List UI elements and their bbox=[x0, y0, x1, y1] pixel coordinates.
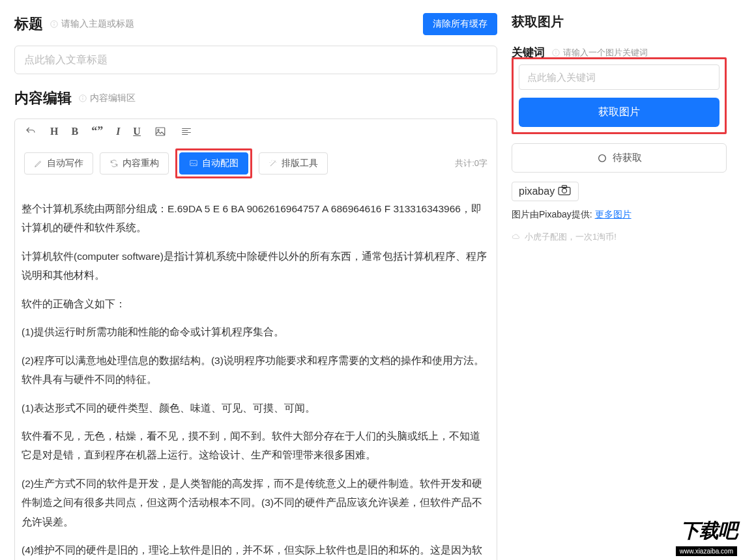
paragraph: (1)提供运行时所需功能和性能的命令或计算机程序集合。 bbox=[22, 322, 490, 341]
content-header: 内容编辑 内容编辑区 bbox=[14, 89, 497, 108]
heading-icon[interactable]: H bbox=[50, 126, 58, 137]
keyword-highlight: 获取图片 bbox=[512, 57, 727, 134]
image-plus-icon bbox=[189, 159, 198, 168]
paragraph: (2)生产方式不同的软件是开发，是人类智能的高发挥，而不是传统意义上的硬件制造。… bbox=[22, 474, 490, 531]
auto-image-highlight: 自动配图 bbox=[175, 148, 252, 178]
quote-icon[interactable]: “” bbox=[91, 124, 103, 138]
keyword-input[interactable] bbox=[519, 64, 719, 90]
camera-icon bbox=[557, 185, 572, 198]
keyword-label: 关键词 bbox=[512, 45, 545, 60]
svg-rect-6 bbox=[190, 160, 197, 165]
credit-line: 图片由Pixabay提供: 更多图片 bbox=[512, 209, 727, 221]
cloud-icon bbox=[512, 232, 521, 242]
svg-point-5 bbox=[158, 129, 159, 130]
circle-icon bbox=[597, 153, 607, 163]
keyword-hint: 请输入一个图片关键词 bbox=[551, 47, 648, 59]
svg-point-8 bbox=[556, 51, 557, 51]
svg-point-9 bbox=[598, 154, 605, 161]
title-input[interactable] bbox=[14, 46, 497, 74]
underline-icon[interactable]: U bbox=[133, 126, 141, 137]
wand-icon bbox=[269, 159, 278, 168]
clear-cache-button[interactable]: 清除所有缓存 bbox=[423, 13, 497, 35]
paragraph: (2)程序可以满意地处理信息的数据结构。(3)说明程序功能要求和程序需要的文档的… bbox=[22, 351, 490, 389]
title-hint: 请输入主题或标题 bbox=[50, 18, 134, 30]
paragraph: 软件的正确含义如下： bbox=[22, 294, 490, 313]
info-icon bbox=[78, 94, 87, 103]
image-panel-title: 获取图片 bbox=[512, 13, 727, 31]
svg-point-3 bbox=[83, 96, 83, 97]
editor-content[interactable]: 整个计算机系统由两部分组成：E.69DA 5 E 6 BA 9062616964… bbox=[15, 188, 497, 560]
paragraph: 软件看不见，无色，枯燥，看不见，摸不到，闻不到。软件大部分存在于人们的头脑或纸上… bbox=[22, 427, 490, 465]
footer-hint: 小虎子配图，一次1淘币! bbox=[512, 231, 727, 243]
watermark-url: www.xiazaiba.com bbox=[676, 546, 737, 556]
left-panel: 标题 请输入主题或标题 清除所有缓存 内容编辑 内容编辑区 H B “ bbox=[14, 13, 497, 560]
bold-icon[interactable]: B bbox=[71, 126, 78, 137]
watermark: 下载吧 www.xiazaiba.com bbox=[676, 518, 737, 556]
status-text: 待获取 bbox=[613, 152, 642, 164]
undo-icon[interactable] bbox=[24, 125, 37, 138]
content-label: 内容编辑 bbox=[14, 89, 72, 108]
content-restructure-button[interactable]: 内容重构 bbox=[100, 152, 169, 175]
align-left-icon[interactable] bbox=[180, 125, 193, 138]
auto-image-button[interactable]: 自动配图 bbox=[179, 152, 248, 175]
paragraph: 整个计算机系统由两部分组成：E.69DA 5 E 6 BA 9062616964… bbox=[22, 199, 490, 238]
more-images-link[interactable]: 更多图片 bbox=[595, 209, 632, 219]
right-panel: 获取图片 关键词 请输入一个图片关键词 获取图片 待获取 pixabay bbox=[512, 13, 727, 560]
image-icon[interactable] bbox=[154, 125, 167, 138]
svg-point-1 bbox=[54, 22, 55, 23]
status-box: 待获取 bbox=[512, 143, 727, 173]
svg-rect-4 bbox=[156, 128, 165, 135]
paragraph: 计算机软件(computer software)是指计算机系统中除硬件以外的所有… bbox=[22, 247, 490, 285]
auto-write-button[interactable]: 自动写作 bbox=[24, 152, 93, 175]
refresh-icon bbox=[109, 159, 119, 168]
info-icon bbox=[551, 48, 560, 57]
watermark-logo: 下载吧 bbox=[676, 518, 737, 544]
info-icon bbox=[50, 20, 59, 29]
pixabay-badge: pixabay bbox=[512, 182, 579, 201]
title-header: 标题 请输入主题或标题 清除所有缓存 bbox=[14, 13, 497, 35]
svg-point-11 bbox=[562, 188, 567, 193]
title-label: 标题 bbox=[14, 14, 43, 34]
italic-icon[interactable]: I bbox=[116, 126, 120, 137]
format-toolbar: H B “” I U bbox=[15, 119, 497, 143]
pencil-icon bbox=[34, 159, 43, 168]
editor-box: H B “” I U 自动写作 内容重构 bbox=[14, 119, 497, 560]
paragraph: (1)表达形式不同的硬件类型、颜色、味道、可见、可摸、可闻。 bbox=[22, 399, 490, 417]
content-hint: 内容编辑区 bbox=[78, 92, 136, 104]
layout-tool-button[interactable]: 排版工具 bbox=[259, 152, 328, 175]
word-count: 共计:0字 bbox=[455, 158, 487, 169]
svg-rect-12 bbox=[562, 186, 567, 188]
fetch-image-button[interactable]: 获取图片 bbox=[519, 98, 719, 127]
action-toolbar: 自动写作 内容重构 自动配图 排版工具 共计:0字 bbox=[15, 143, 497, 188]
paragraph: (4)维护不同的硬件是旧的，理论上软件是旧的，并不坏，但实际上软件也是旧的和坏的… bbox=[22, 540, 490, 560]
